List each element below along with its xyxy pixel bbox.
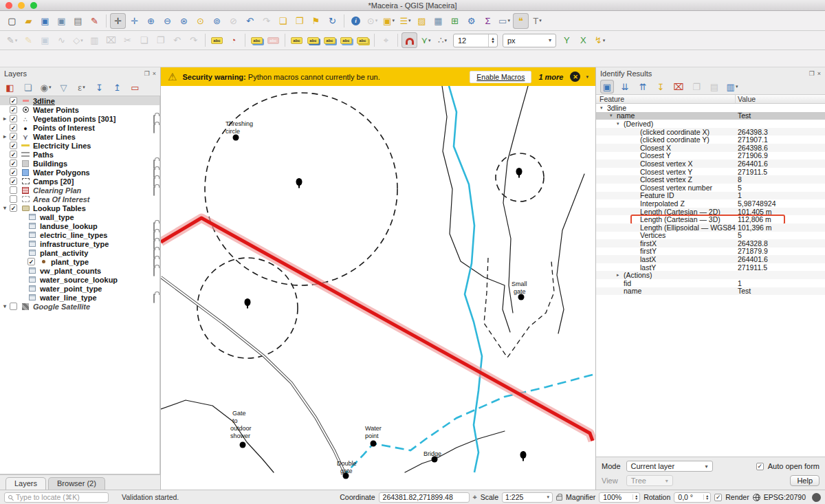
extent-toggle-icon[interactable]: ⌖ [473, 494, 477, 501]
scale-combo[interactable]: 1:225 ▾ [502, 492, 553, 503]
spinner-arrows-icon[interactable]: ▲▼ [488, 34, 497, 47]
layer-visibility-checkbox[interactable]: ✓ [10, 124, 17, 131]
locate-input[interactable]: Type to locate (⌘K) [4, 492, 109, 503]
warning-dropdown-icon[interactable]: ▾ [586, 74, 588, 80]
zoom-window-button[interactable] [30, 2, 37, 9]
layer-visibility-checkbox[interactable]: ✓ [10, 160, 17, 167]
layer-visibility-checkbox[interactable]: ✓ [10, 133, 17, 140]
zoom-to-selection[interactable]: ⊙ [192, 13, 208, 29]
zoom-last[interactable]: ↶ [242, 13, 258, 29]
open-form[interactable]: ▥▾ [725, 80, 739, 94]
layer-visibility-checkbox[interactable] [10, 186, 17, 194]
zoom-full[interactable]: ⊛ [176, 13, 192, 29]
rotation-spinner[interactable]: 0,0 ° ▲▼ [674, 492, 711, 503]
style-manager[interactable]: ✎ [87, 13, 102, 29]
chevron-right-icon[interactable]: ▸ [617, 272, 624, 278]
snapping-tolerance-spinner[interactable]: 12 ▲▼ [453, 34, 498, 47]
snapping-mode[interactable]: ⋎▾ [418, 32, 434, 48]
layer-visibility-checkbox[interactable]: ✓ [10, 97, 17, 105]
crs-globe-icon[interactable] [753, 494, 760, 501]
help-button[interactable]: Help [790, 475, 820, 486]
field-calculator[interactable]: ⊞ [447, 13, 463, 29]
float-panel-icon[interactable]: ❐ [144, 70, 150, 77]
filter-by-expression[interactable]: ε▾ [75, 81, 88, 94]
crs-status[interactable]: EPSG:20790 [764, 493, 806, 501]
identify-row-actions[interactable]: ▸(Actions) [596, 271, 825, 279]
identify-row-firsty[interactable]: firstY271879.9 [596, 248, 825, 256]
collapse-all-layers[interactable]: ↥ [111, 81, 124, 94]
feature-column-header[interactable]: Feature [596, 95, 736, 103]
pan-to-selection[interactable]: ✛ [126, 13, 142, 29]
identify-row-length-cartesian-2d[interactable]: Length (Cartesian — 2D)101,405 m [596, 208, 825, 216]
auto-open-form-checkbox[interactable]: ✓ [756, 463, 764, 470]
identify-row-closest-x[interactable]: Closest X264398.6 [596, 144, 825, 152]
open-attribute-table[interactable]: ▦ [430, 13, 446, 29]
processing-toolbox[interactable]: ⚙ [463, 13, 479, 29]
layer-visibility-checkbox[interactable]: ✓ [10, 204, 17, 212]
identify-features[interactable]: i [348, 13, 364, 29]
layer-item-area-of-interest[interactable]: Area Of Interest [0, 195, 160, 204]
layer-visibility-checkbox[interactable]: ✓ [10, 106, 17, 113]
layer-item-water-points[interactable]: ✓Water Points [0, 105, 160, 114]
select-features[interactable]: ▣▾ [381, 13, 397, 29]
layer-item-water-line-type[interactable]: water_line_type [0, 293, 160, 302]
layer-item-water-polygons[interactable]: ✓Water Polygons [0, 168, 160, 177]
scale-lock-icon[interactable] [556, 496, 562, 501]
identify-row-name[interactable]: nameTest [596, 287, 825, 296]
layer-item-clearing-plan[interactable]: Clearing Plan [0, 186, 160, 195]
save-project-as[interactable]: ▣ [54, 13, 69, 29]
avoid-intersections[interactable]: X [575, 32, 591, 48]
messages-icon[interactable] [812, 493, 821, 502]
zoom-out[interactable]: ⊖ [160, 13, 175, 29]
close-panel-icon[interactable]: × [817, 70, 821, 77]
filter-legend[interactable]: ▽ [57, 81, 70, 94]
self-snapping[interactable]: ∴▾ [434, 32, 450, 48]
chevron-right-icon[interactable]: ▸ [1, 133, 8, 140]
close-warning-icon[interactable]: ✕ [570, 72, 580, 82]
more-warnings-link[interactable]: 1 more [538, 73, 563, 81]
identify-row-length-ellipsoidal-wgs84[interactable]: Length (Ellipsoidal — WGS84)101,396 m [596, 223, 825, 232]
identify-row-interpolated-z[interactable]: Interpolated Z5,98748924 [596, 199, 825, 208]
pin-labels[interactable]: abc [249, 32, 265, 48]
add-group[interactable]: ❏ [21, 81, 34, 94]
spinner-arrows-icon[interactable]: ▲▼ [703, 494, 710, 500]
layer-labeling[interactable]: abc [209, 32, 225, 48]
tab-browser[interactable]: Browser (2) [48, 477, 105, 490]
layer-visibility-checkbox[interactable]: ✓ [10, 151, 17, 158]
chevron-down-icon[interactable]: ▾ [617, 121, 624, 127]
collapse-all[interactable]: ⇈ [636, 80, 650, 94]
layer-item-water-lines[interactable]: ▸✓Water Lines [0, 132, 160, 141]
tab-layers[interactable]: Layers [6, 477, 46, 490]
measure-line[interactable]: ▭▾ [496, 13, 512, 29]
close-window-button[interactable] [6, 2, 12, 9]
identify-row-name[interactable]: ▾nameTest [596, 112, 825, 120]
auto-expand-results[interactable]: ↧ [654, 80, 668, 94]
chevron-down-icon[interactable]: ▾ [1, 205, 8, 211]
new-bookmark[interactable]: ❏ [275, 13, 291, 29]
layer-visibility-checkbox[interactable]: ✓ [10, 115, 17, 122]
layer-diagram[interactable]: ◔ [226, 32, 241, 48]
chevron-down-icon[interactable]: ▾ [1, 303, 8, 309]
rotate-label[interactable]: abc [338, 32, 354, 48]
identify-row-closest-vertex-z[interactable]: Closest vertex Z8 [596, 175, 825, 184]
layer-item-plant-activity[interactable]: plant_activity [0, 248, 160, 257]
chevron-down-icon[interactable]: ▾ [610, 113, 617, 118]
pan-map[interactable]: ✛ [110, 13, 126, 29]
text-annotation[interactable]: T▾ [529, 13, 545, 29]
clear-results[interactable]: ⌧ [672, 80, 685, 94]
coordinate-input[interactable]: 264381.82,271899.48 [379, 492, 470, 503]
layer-item-google-satellite[interactable]: ▾Google Satellite [0, 302, 160, 311]
show-hide-labels[interactable]: abc [305, 32, 321, 48]
identify-row-feature-id[interactable]: Feature ID1 [596, 192, 825, 200]
close-panel-icon[interactable]: × [153, 70, 156, 77]
identify-row-closest-vertex-x[interactable]: Closest vertex X264401.6 [596, 160, 825, 168]
layer-item-buildings[interactable]: ✓Buildings [0, 159, 160, 168]
manage-map-themes[interactable]: ◉▾ [39, 81, 52, 94]
map-canvas[interactable]: Threshing circle Small gate Gate to outd… [161, 86, 595, 490]
identify-mode[interactable]: ▣ [600, 80, 614, 94]
layer-item-landuse-lookup[interactable]: landuse_lookup [0, 221, 160, 230]
layer-visibility-checkbox[interactable]: ✓ [10, 168, 17, 176]
identify-row-closest-y[interactable]: Closest Y271906.9 [596, 152, 825, 160]
layer-item-water-source-lookup[interactable]: water_source_lookup [0, 275, 160, 284]
identify-row-3dline[interactable]: ▾3dline [596, 104, 825, 112]
